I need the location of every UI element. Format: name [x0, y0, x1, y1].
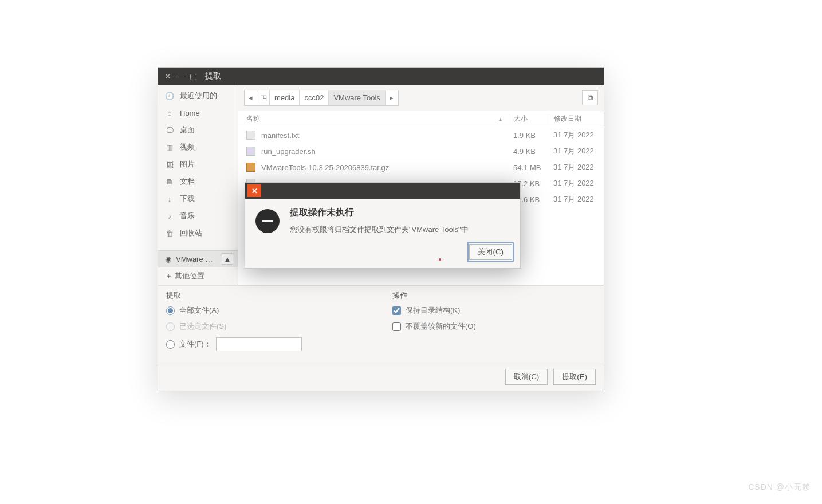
- sidebar-desktop[interactable]: 🖵桌面: [158, 121, 238, 139]
- sidebar-other-locations[interactable]: ＋ 其他位置: [158, 267, 238, 285]
- file-size: 54.1 MB: [509, 163, 549, 172]
- file-name: run_upgrader.sh: [261, 147, 316, 156]
- error-icon: [255, 209, 280, 233]
- pathbar: ◂ ◳ media ccc02 VMware Tools ▸ ⧉: [238, 85, 604, 111]
- path-forward-icon[interactable]: ▸: [386, 90, 398, 105]
- disc-icon: ◉: [165, 255, 171, 263]
- sidebar-videos[interactable]: ▥视频: [158, 139, 238, 156]
- file-size: 4.9 KB: [509, 147, 549, 156]
- check-keep-structure[interactable]: 保持目录结构(K): [392, 305, 596, 316]
- table-row[interactable]: manifest.txt1.9 KB31 7月 2022: [238, 127, 604, 143]
- file-date: 31 7月 2022: [549, 178, 604, 188]
- path-segment-user[interactable]: ccc02: [300, 90, 329, 105]
- error-title: 提取操作未执行: [290, 207, 469, 219]
- action-heading: 操作: [392, 290, 596, 301]
- file-date: 31 7月 2022: [549, 130, 604, 140]
- picture-icon: 🖼: [165, 160, 174, 169]
- col-date: 修改日期: [549, 114, 604, 124]
- radio-all-files[interactable]: 全部文件(A): [166, 305, 369, 316]
- close-icon[interactable]: ✕: [163, 71, 173, 81]
- sidebar-recent[interactable]: 🕘最近使用的: [158, 87, 238, 104]
- eject-icon[interactable]: ▲: [222, 253, 233, 265]
- file-date: 31 7月 2022: [549, 162, 604, 172]
- cursor-dot: [439, 258, 441, 261]
- sidebar-trash[interactable]: 🗑回收站: [158, 225, 238, 242]
- col-size: 大小: [509, 114, 549, 124]
- table-row[interactable]: run_upgrader.sh4.9 KB31 7月 2022: [238, 143, 604, 159]
- path-back-icon[interactable]: ◂: [245, 90, 257, 105]
- extract-button[interactable]: 提取(E): [553, 369, 596, 385]
- dialog-buttons: 取消(C) 提取(E): [158, 363, 604, 391]
- sidebar-home[interactable]: ⌂Home: [158, 104, 238, 121]
- minimize-icon[interactable]: —: [175, 71, 186, 81]
- titlebar[interactable]: ✕ — ▢ 提取: [158, 68, 604, 85]
- file-date: 31 7月 2022: [549, 194, 604, 204]
- options-panel: 提取 全部文件(A) 已选定文件(S) 文件(F)： 操作 保持目录结构(K) …: [158, 285, 604, 363]
- error-message: 您没有权限将归档文件提取到文件夹"VMware Tools"中: [290, 225, 469, 235]
- file-name: manifest.txt: [261, 131, 299, 140]
- sidebar-device-vmware[interactable]: ◉ VMware … ▲: [158, 250, 238, 267]
- file-pattern-input[interactable]: [216, 337, 302, 351]
- radio-file-pattern[interactable]: 文件(F)：: [166, 337, 369, 351]
- desktop-icon: 🖵: [165, 126, 174, 135]
- new-folder-icon[interactable]: ⧉: [582, 90, 598, 105]
- extract-heading: 提取: [166, 290, 369, 301]
- sidebar-downloads[interactable]: ↓下载: [158, 190, 238, 207]
- error-dialog: ✕ 提取操作未执行 您没有权限将归档文件提取到文件夹"VMware Tools"…: [245, 182, 521, 269]
- close-icon[interactable]: ✕: [247, 184, 261, 197]
- sidebar-pictures[interactable]: 🖼图片: [158, 156, 238, 173]
- file-name: VMwareTools-10.3.25-20206839.tar.gz: [261, 163, 389, 172]
- clock-icon: 🕘: [165, 92, 174, 100]
- column-headers[interactable]: 名称▲ 大小 修改日期: [238, 111, 604, 127]
- sidebar: 🕘最近使用的 ⌂Home 🖵桌面 ▥视频 🖼图片 🗎文档 ↓下载 ♪音乐 🗑回收…: [158, 85, 238, 285]
- col-name: 名称: [246, 114, 260, 124]
- path-segment-current[interactable]: VMware Tools: [329, 90, 385, 105]
- error-titlebar[interactable]: ✕: [245, 183, 520, 199]
- sidebar-documents[interactable]: 🗎文档: [158, 173, 238, 190]
- watermark: CSDN @小无赖: [748, 482, 811, 493]
- cancel-button[interactable]: 取消(C): [505, 369, 548, 385]
- table-row[interactable]: VMwareTools-10.3.25-20206839.tar.gz54.1 …: [238, 159, 604, 175]
- path-segment-media[interactable]: media: [270, 90, 300, 105]
- music-icon: ♪: [165, 212, 174, 220]
- video-icon: ▥: [165, 143, 174, 152]
- home-icon: ⌂: [165, 109, 174, 117]
- error-close-button[interactable]: 关闭(C): [469, 244, 512, 260]
- check-no-overwrite[interactable]: 不覆盖较新的文件(O): [392, 321, 596, 332]
- trash-icon: 🗑: [165, 229, 174, 238]
- path-disk-icon[interactable]: ◳: [257, 90, 270, 105]
- window-title: 提取: [205, 71, 221, 81]
- document-icon: 🗎: [165, 178, 174, 186]
- file-date: 31 7月 2022: [549, 146, 604, 156]
- radio-selected-files[interactable]: 已选定文件(S): [166, 321, 369, 332]
- download-icon: ↓: [165, 195, 174, 203]
- file-icon: [246, 163, 255, 172]
- file-icon: [246, 131, 255, 140]
- sidebar-music[interactable]: ♪音乐: [158, 207, 238, 225]
- file-size: 1.9 KB: [509, 131, 549, 140]
- file-icon: [246, 147, 255, 156]
- maximize-icon[interactable]: ▢: [188, 71, 198, 81]
- sort-asc-icon: ▲: [498, 116, 503, 122]
